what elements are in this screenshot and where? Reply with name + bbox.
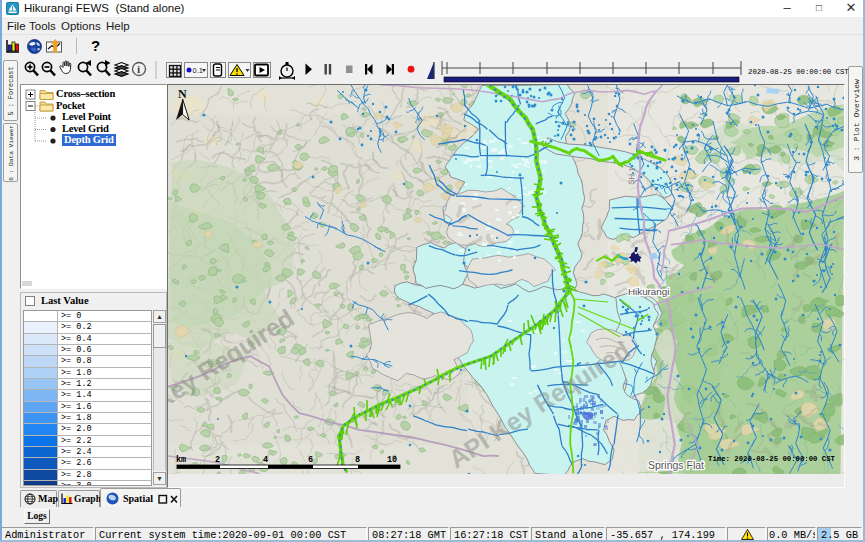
svg-text:2: 2 bbox=[215, 455, 220, 465]
svg-text:Hikurangi: Hikurangi bbox=[628, 286, 669, 297]
svg-text:SH 1: SH 1 bbox=[627, 166, 637, 185]
svg-text:N: N bbox=[178, 87, 187, 101]
svg-text:8: 8 bbox=[355, 455, 360, 465]
svg-text:Springs Flat: Springs Flat bbox=[648, 459, 704, 471]
svg-text:Time: 2020-08-25 00:00:00 CST: Time: 2020-08-25 00:00:00 CST bbox=[708, 455, 836, 463]
svg-text:2020-08-25 00:00:00 CST: 2020-08-25 00:00:00 CST bbox=[748, 68, 849, 76]
svg-text:km: km bbox=[176, 455, 186, 465]
svg-text:6: 6 bbox=[308, 455, 313, 465]
svg-text:10: 10 bbox=[387, 455, 397, 465]
svg-text:4: 4 bbox=[263, 455, 268, 465]
